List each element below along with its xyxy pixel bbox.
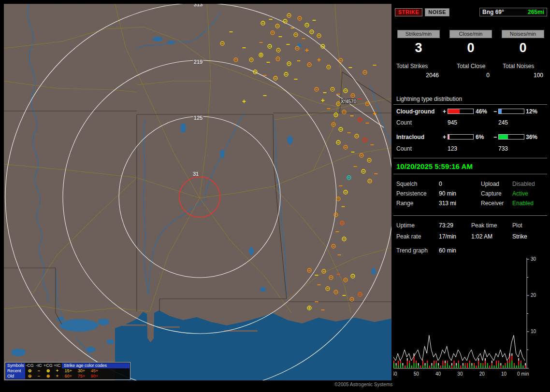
legend-col-cg-neg: -CG <box>25 363 34 368</box>
peak-rate-value: 17/min <box>439 233 456 240</box>
age-90: 90+ <box>88 374 101 379</box>
trend-graph-label: Trend graph <box>396 247 428 254</box>
minus-sign: − <box>493 108 497 115</box>
plus-sign: + <box>443 108 446 115</box>
range-label: Range <box>396 200 413 207</box>
svg-text:30: 30 <box>531 257 536 262</box>
intracloud-row: Intracloud + 6% − 36% <box>392 134 550 140</box>
receiver-label: Receiver <box>481 200 504 207</box>
cg-positive-bar <box>448 109 474 114</box>
range-value: 313 mi <box>439 200 456 207</box>
cg-negative-count: 245 <box>498 119 508 126</box>
svg-text:0 min: 0 min <box>517 371 529 377</box>
map-legend: Symbols -CG -IC +CG +IC Strike age color… <box>5 362 130 380</box>
persistence-value: 90 min <box>439 190 456 197</box>
distribution-title: Lightning type distribution <box>396 96 462 102</box>
svg-text:X-4570: X-4570 <box>341 99 357 104</box>
age-30: 30+ <box>75 368 88 374</box>
age-45: 45+ <box>88 368 101 374</box>
capture-label: Capture <box>481 190 502 197</box>
uptime-value: 73:29 <box>439 222 453 229</box>
plot-value: Strike <box>512 233 527 240</box>
persistence-label: Persistence <box>396 190 427 197</box>
squelch-value: 0 <box>439 181 442 187</box>
datetime-display: 10/20/2025 5:59:16 AM <box>396 162 473 170</box>
ic-neg-recent-icon: − <box>34 368 43 374</box>
svg-text:313: 313 <box>194 4 203 7</box>
gulf-of-mexico <box>115 310 391 380</box>
svg-text:30: 30 <box>457 371 463 377</box>
receiver-status: Enabled <box>512 200 534 207</box>
peak-time-value: 1:02 AM <box>471 233 492 240</box>
trend-window-value: 60 min <box>439 247 456 254</box>
noises-per-min-button[interactable]: Noises/min <box>502 30 544 38</box>
count-label: Count <box>396 119 412 126</box>
legend-col-ic-neg: -IC <box>34 363 43 368</box>
total-strikes-value: 2046 <box>396 72 439 79</box>
trend-graph: 3020106050403020100 min <box>393 257 539 382</box>
close-per-min-value: 0 <box>445 41 497 56</box>
ic-positive-bar <box>448 134 474 140</box>
svg-text:20: 20 <box>479 371 485 377</box>
svg-text:219: 219 <box>194 59 203 65</box>
svg-text:31: 31 <box>193 171 199 177</box>
svg-text:125: 125 <box>194 115 203 121</box>
rate-headers: Strikes/min Close/min Noises/min <box>392 30 550 38</box>
cg-pos-recent-icon: ⊕ <box>43 368 53 374</box>
noises-per-min-value: 0 <box>497 41 549 56</box>
peak-rate-label: Peak rate <box>396 233 421 240</box>
peak-time-label: Peak time <box>471 222 497 229</box>
cg-negative-bar <box>498 109 524 114</box>
ic-neg-old-icon: − <box>34 374 43 379</box>
total-noises-value: 100 <box>503 72 543 79</box>
bearing-value: Bng 69° <box>482 9 504 15</box>
svg-text:10: 10 <box>531 329 536 334</box>
copyright-text: ©2005 Astrogenic Systems <box>334 382 392 387</box>
ic-negative-bar <box>498 134 524 140</box>
legend-recent-label: Recent <box>6 368 25 374</box>
strikes-per-min-value: 3 <box>392 41 445 56</box>
strike-indicator-button[interactable]: STRIKE <box>395 8 422 16</box>
svg-text:50: 50 <box>414 371 420 377</box>
ic-positive-count: 123 <box>448 145 457 152</box>
close-per-min-button[interactable]: Close/min <box>449 30 492 38</box>
plot-label: Plot <box>512 222 522 229</box>
strikes-per-min-button[interactable]: Strikes/min <box>397 30 440 38</box>
cg-positive-count: 945 <box>448 119 457 126</box>
total-strikes-label: Total Strikes <box>396 63 439 70</box>
total-close-label: Total Close <box>457 63 490 70</box>
capture-status: Active <box>512 190 528 197</box>
cg-pos-old-icon: ⊕ <box>43 374 53 379</box>
cg-neg-old-icon: ⊖ <box>25 374 34 379</box>
intracloud-label: Intracloud <box>396 134 424 140</box>
legend-col-ic-pos: +IC <box>53 363 62 368</box>
noise-indicator-button[interactable]: NOISE <box>425 8 449 16</box>
totals-row: Total Strikes 2046 Total Close 0 Total N… <box>392 63 550 82</box>
bearing-readout: Bng 69° 265mi <box>479 8 547 16</box>
count-label: Count <box>396 145 412 152</box>
legend-age-title: Strike age color codes <box>62 363 130 368</box>
lightning-map[interactable]: 31321912531X-4570 Symbols -CG -IC +CG +I… <box>4 4 391 380</box>
cg-positive-pct: 46% <box>476 108 487 115</box>
map-canvas: 31321912531X-4570 <box>4 4 391 380</box>
rate-values: 3 0 0 <box>392 41 550 56</box>
cloud-ground-label: Cloud-ground <box>396 108 434 115</box>
distance-value: 265mi <box>528 9 544 15</box>
squelch-label: Squelch <box>396 181 417 187</box>
panel-header: STRIKE NOISE Bng 69° 265mi <box>395 7 547 17</box>
svg-text:60: 60 <box>393 371 397 377</box>
legend-symbols-title: Symbols <box>6 363 25 368</box>
age-60: 60+ <box>62 374 75 379</box>
legend-old-label: Old <box>6 374 25 379</box>
status-panel: STRIKE NOISE Bng 69° 265mi Strikes/min C… <box>392 0 550 392</box>
plus-sign: + <box>443 134 446 140</box>
age-75: 75+ <box>75 374 88 379</box>
legend-col-cg-pos: +CG <box>43 363 53 368</box>
cloud-ground-row: Cloud-ground + 46% − 12% <box>392 108 550 115</box>
total-noises-label: Total Noises <box>503 63 543 70</box>
upload-status: Disabled <box>512 181 535 187</box>
age-15: 15+ <box>62 368 75 374</box>
svg-text:20: 20 <box>531 293 536 298</box>
ic-pos-old-icon: + <box>53 374 62 379</box>
total-close-value: 0 <box>457 72 490 79</box>
